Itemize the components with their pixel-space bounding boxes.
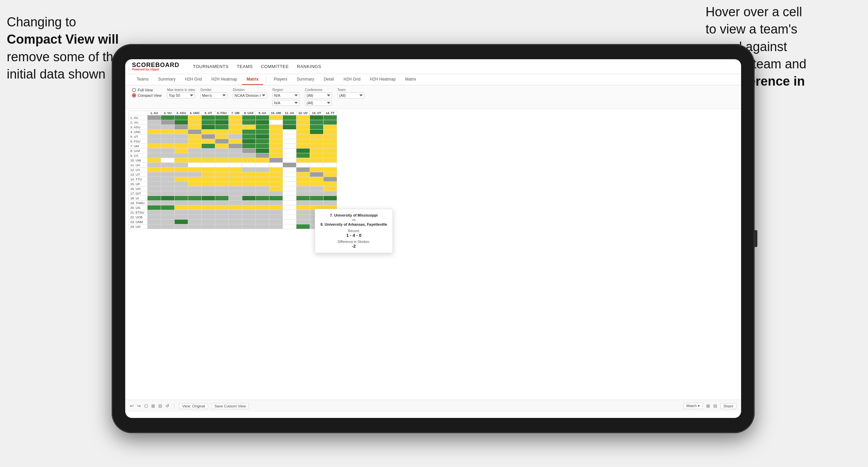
matrix-cell[interactable] <box>161 158 175 163</box>
matrix-cell[interactable] <box>256 205 269 210</box>
matrix-cell[interactable] <box>256 224 269 229</box>
matrix-cell[interactable] <box>283 153 296 158</box>
matrix-cell[interactable] <box>229 168 242 172</box>
matrix-cell[interactable] <box>283 215 296 220</box>
matrix-cell[interactable] <box>175 149 188 153</box>
matrix-cell[interactable] <box>242 172 256 177</box>
matrix-cell[interactable] <box>202 220 215 224</box>
matrix-cell[interactable] <box>256 139 269 144</box>
tab-h2h-grid-1[interactable]: H2H Grid <box>180 74 207 85</box>
matrix-cell[interactable] <box>242 224 256 229</box>
matrix-cell[interactable] <box>215 201 229 205</box>
matrix-cell[interactable] <box>256 220 269 224</box>
matrix-cell[interactable] <box>148 168 161 172</box>
matrix-cell[interactable] <box>188 182 202 186</box>
matrix-cell[interactable] <box>310 172 324 177</box>
matrix-cell[interactable] <box>324 186 337 191</box>
matrix-cell[interactable] <box>310 130 324 134</box>
matrix-cell[interactable] <box>229 186 242 191</box>
matrix-cell[interactable] <box>310 158 324 163</box>
matrix-cell[interactable] <box>202 168 215 172</box>
matrix-cell[interactable] <box>310 191 324 196</box>
matrix-cell[interactable] <box>283 210 296 215</box>
matrix-cell[interactable] <box>229 125 242 130</box>
matrix-cell[interactable] <box>310 182 324 186</box>
matrix-cell[interactable] <box>148 205 161 210</box>
matrix-cell[interactable] <box>310 163 324 168</box>
matrix-cell[interactable] <box>188 168 202 172</box>
matrix-cell[interactable] <box>148 115 161 120</box>
matrix-cell[interactable] <box>202 182 215 186</box>
matrix-cell[interactable] <box>188 163 202 168</box>
matrix-cell[interactable] <box>310 139 324 144</box>
matrix-cell[interactable] <box>188 130 202 134</box>
matrix-cell[interactable] <box>269 224 283 229</box>
matrix-cell[interactable] <box>256 149 269 153</box>
matrix-cell[interactable] <box>188 153 202 158</box>
matrix-cell[interactable] <box>229 149 242 153</box>
matrix-cell[interactable] <box>269 205 283 210</box>
matrix-cell[interactable] <box>296 134 310 139</box>
matrix-cell[interactable] <box>296 149 310 153</box>
matrix-cell[interactable] <box>148 220 161 224</box>
matrix-cell[interactable] <box>161 168 175 172</box>
save-custom-view-btn[interactable]: Save Custom View <box>212 403 249 409</box>
matrix-cell[interactable] <box>202 134 215 139</box>
matrix-cell[interactable] <box>215 168 229 172</box>
matrix-cell[interactable] <box>188 205 202 210</box>
matrix-cell[interactable] <box>175 139 188 144</box>
matrix-cell[interactable] <box>148 144 161 149</box>
matrix-cell[interactable] <box>296 130 310 134</box>
matrix-cell[interactable] <box>256 158 269 163</box>
matrix-cell[interactable] <box>202 201 215 205</box>
matrix-cell[interactable] <box>215 120 229 125</box>
matrix-cell[interactable] <box>229 153 242 158</box>
matrix-cell[interactable] <box>148 130 161 134</box>
matrix-cell[interactable] <box>296 163 310 168</box>
matrix-cell[interactable] <box>269 153 283 158</box>
matrix-cell[interactable] <box>202 120 215 125</box>
filter-team-select[interactable]: (All) <box>337 92 364 98</box>
full-view-option[interactable]: Full View <box>132 88 162 92</box>
matrix-cell[interactable] <box>188 134 202 139</box>
matrix-cell[interactable] <box>215 130 229 134</box>
matrix-cell[interactable] <box>296 182 310 186</box>
matrix-cell[interactable] <box>148 120 161 125</box>
matrix-cell[interactable] <box>229 205 242 210</box>
matrix-cell[interactable] <box>269 210 283 215</box>
nav-committee[interactable]: COMMITTEE <box>261 64 289 69</box>
matrix-cell[interactable] <box>188 139 202 144</box>
matrix-cell[interactable] <box>229 139 242 144</box>
matrix-cell[interactable] <box>269 220 283 224</box>
matrix-cell[interactable] <box>283 196 296 201</box>
matrix-cell[interactable] <box>324 130 337 134</box>
matrix-cell[interactable] <box>296 201 310 205</box>
matrix-cell[interactable] <box>161 130 175 134</box>
matrix-cell[interactable] <box>324 196 337 201</box>
matrix-cell[interactable] <box>215 191 229 196</box>
matrix-cell[interactable] <box>256 215 269 220</box>
matrix-cell[interactable] <box>242 196 256 201</box>
matrix-cell[interactable] <box>269 215 283 220</box>
matrix-cell[interactable] <box>215 215 229 220</box>
matrix-cell[interactable] <box>161 224 175 229</box>
matrix-cell[interactable] <box>324 163 337 168</box>
matrix-cell[interactable] <box>175 186 188 191</box>
matrix-cell[interactable] <box>188 186 202 191</box>
matrix-cell[interactable] <box>269 177 283 182</box>
filter-conference-select-1[interactable]: (All) <box>305 92 332 98</box>
matrix-cell[interactable] <box>161 163 175 168</box>
matrix-cell[interactable] <box>269 186 283 191</box>
matrix-cell[interactable] <box>161 144 175 149</box>
matrix-cell[interactable] <box>202 125 215 130</box>
matrix-cell[interactable] <box>202 149 215 153</box>
matrix-cell[interactable] <box>229 177 242 182</box>
matrix-cell[interactable] <box>175 201 188 205</box>
matrix-cell[interactable] <box>283 201 296 205</box>
matrix-cell[interactable] <box>175 215 188 220</box>
matrix-cell[interactable] <box>283 130 296 134</box>
matrix-cell[interactable] <box>215 224 229 229</box>
matrix-cell[interactable] <box>283 220 296 224</box>
matrix-cell[interactable] <box>229 115 242 120</box>
matrix-cell[interactable] <box>161 220 175 224</box>
